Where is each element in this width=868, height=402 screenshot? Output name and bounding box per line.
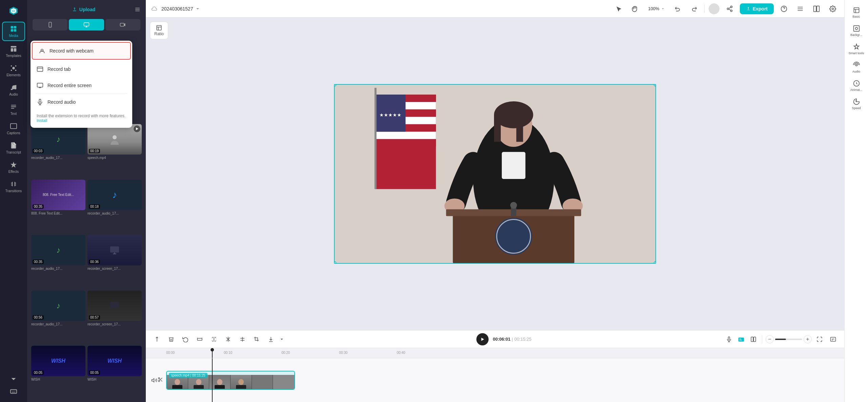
sidebar-item-captions[interactable]: Captions <box>2 120 25 138</box>
select-tool-btn[interactable] <box>613 3 625 15</box>
microphone-btn[interactable] <box>724 334 734 344</box>
handle-tr[interactable] <box>654 84 656 86</box>
timeline-track[interactable]: speech.mp4 | 00:15:25 <box>166 371 295 390</box>
list-item[interactable]: WISH 00:05 WISH <box>31 346 85 399</box>
handle-bl[interactable] <box>334 261 336 264</box>
list-item[interactable]: ♪ 00:03 recorder_audio_17... <box>31 124 85 178</box>
list-item[interactable]: ♪ 00:56 recorder_audio_17... <box>31 290 85 344</box>
caption-btn[interactable] <box>736 334 746 344</box>
sidebar-item-effects-label: Effects <box>8 170 19 174</box>
timeline: 00:00 00:10 00:20 00:30 00:40 speech.mp4… <box>146 348 844 402</box>
svg-rect-57 <box>494 115 501 142</box>
crop-edit-btn[interactable] <box>251 334 262 345</box>
media-name: recorder_audio_17... <box>31 155 85 160</box>
captions-view-btn[interactable] <box>827 334 839 345</box>
right-panel-audio[interactable]: Audio <box>846 59 867 76</box>
upload-button[interactable]: Upload <box>33 4 135 15</box>
split-clip-btn[interactable] <box>222 334 234 345</box>
sidebar-item-effects[interactable]: Effects <box>2 158 25 176</box>
align-btn[interactable] <box>237 334 248 345</box>
thumb-frame <box>273 375 294 390</box>
list-item[interactable]: ♪ 00:18 recorder_audio_17... <box>87 180 142 233</box>
right-panel-speed[interactable]: Speed <box>846 96 867 113</box>
right-panel-smart-tools[interactable]: Smart tools <box>846 41 867 58</box>
sidebar-keyboard-btn[interactable] <box>2 385 25 398</box>
sidebar-item-audio[interactable]: Audio <box>2 81 25 99</box>
media-name: recorder_screen_17... <box>87 322 142 327</box>
ratio-button[interactable]: Ratio <box>150 22 168 39</box>
settings-btn[interactable] <box>827 3 839 15</box>
sidebar-item-media[interactable]: Media <box>2 22 25 41</box>
record-tab-webcam[interactable] <box>105 19 140 31</box>
menu-icon[interactable] <box>135 6 140 13</box>
record-audio-item[interactable]: Record audio <box>31 94 132 110</box>
app-logo[interactable]: CC <box>7 4 20 18</box>
svg-rect-81 <box>172 385 182 389</box>
record-screen-item[interactable]: Record entire screen <box>31 77 132 94</box>
list-item[interactable]: 00:19 speech.mp4 <box>87 124 142 178</box>
list-item[interactable]: 00:36 recorder_screen_17... <box>87 235 142 288</box>
list-item[interactable]: 00:57 recorder_screen_17... <box>87 290 142 344</box>
avatar-btn[interactable] <box>709 3 719 14</box>
sidebar-item-templates[interactable]: Templates <box>2 42 25 60</box>
video-thumb <box>108 133 121 146</box>
list-view-btn[interactable] <box>794 3 806 15</box>
text-align-btn[interactable] <box>151 334 163 345</box>
record-tab-phone[interactable] <box>33 19 67 31</box>
svg-rect-72 <box>754 337 756 342</box>
media-duration: 00:35 <box>33 204 44 209</box>
media-name: recorder_audio_17... <box>31 266 85 271</box>
sidebar-item-text[interactable]: Text <box>2 100 25 118</box>
sidebar-item-captions-label: Captions <box>7 131 20 135</box>
delete-btn[interactable] <box>165 334 177 345</box>
time-display: 00:06:01 | 00:15:25 <box>493 337 531 342</box>
sidebar-item-transcript[interactable]: Transcript <box>2 139 25 157</box>
project-name[interactable]: 202403061527 <box>161 6 200 12</box>
trim-btn[interactable] <box>194 334 205 345</box>
zoom-track[interactable] <box>775 339 802 340</box>
svg-point-12 <box>15 70 17 71</box>
list-item[interactable]: ♪ 00:35 recorder_audio_17... <box>31 235 85 288</box>
tick-0: 00:00 <box>166 351 175 355</box>
sidebar-item-transitions[interactable]: Transitions <box>2 178 25 196</box>
flip-h-btn[interactable] <box>208 334 220 345</box>
record-tab-screen[interactable] <box>69 19 104 31</box>
playback-controls: 00:06:01 | 00:15:25 <box>287 333 721 345</box>
download-btn[interactable] <box>265 334 277 345</box>
replay-btn[interactable] <box>180 334 191 345</box>
install-link[interactable]: Install <box>37 118 47 123</box>
record-webcam-item[interactable]: Record with webcam <box>32 42 131 60</box>
right-panel-background[interactable]: Backgr... <box>846 22 867 39</box>
svg-rect-70 <box>738 338 744 342</box>
list-item[interactable]: 808. Free Text Edit... 00:35 808. Free T… <box>31 180 85 233</box>
list-item[interactable]: WISH 00:05 WISH <box>87 346 142 399</box>
redo-btn[interactable] <box>688 3 700 15</box>
export-button[interactable]: Export <box>740 3 774 14</box>
zoom-plus-btn[interactable]: + <box>804 335 812 343</box>
play-button[interactable] <box>476 333 489 345</box>
zoom-slider: − + <box>766 335 812 343</box>
svg-rect-13 <box>11 124 17 129</box>
right-panel-animate[interactable]: Animat... <box>846 77 867 94</box>
svg-rect-1 <box>11 26 13 28</box>
zoom-minus-btn[interactable]: − <box>766 335 774 343</box>
media-name: 808. Free Text Edit... <box>31 211 85 216</box>
svg-rect-33 <box>157 25 161 30</box>
split-timeline-btn[interactable] <box>748 334 758 344</box>
split-view-btn[interactable] <box>810 3 823 15</box>
sidebar-collapse-btn[interactable] <box>2 372 25 385</box>
screen-thumb <box>110 245 120 255</box>
record-dropdown: Record with webcam Record tab Record ent… <box>31 41 132 128</box>
right-panel-basic[interactable]: Basic <box>846 4 867 21</box>
timeline-ruler: 00:00 00:10 00:20 00:30 00:40 <box>146 348 844 358</box>
record-tab-item[interactable]: Record tab <box>31 61 132 77</box>
clip-edit-btn[interactable] <box>158 377 163 384</box>
help-btn[interactable] <box>778 3 790 15</box>
undo-btn[interactable] <box>672 3 684 15</box>
share-btn[interactable] <box>724 3 736 15</box>
hand-tool-btn[interactable] <box>629 3 641 15</box>
fullscreen-btn[interactable] <box>814 334 825 345</box>
zoom-display[interactable]: 100% <box>645 5 667 13</box>
handle-br[interactable] <box>654 261 656 264</box>
sidebar-item-elements[interactable]: Elements <box>2 62 25 80</box>
